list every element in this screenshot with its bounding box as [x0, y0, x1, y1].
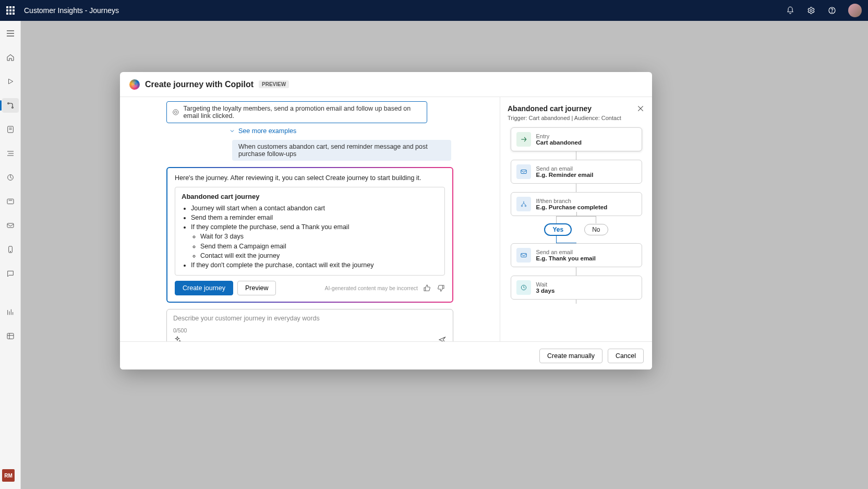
ai-response-card: Here's the journey. After reviewing it, …	[166, 167, 453, 303]
journey-preview-panel: Abandoned cart journey Trigger: Cart aba…	[500, 97, 652, 341]
prompt-input-placeholder: Describe your customer journey in everyd…	[173, 315, 447, 322]
modal-title: Create journey with Copilot	[145, 80, 254, 89]
svg-rect-14	[521, 170, 526, 174]
thumbs-down-icon[interactable]	[437, 284, 445, 292]
svg-point-12	[173, 110, 178, 115]
close-icon[interactable]	[636, 104, 645, 113]
help-icon[interactable]	[827, 6, 837, 15]
user-message-bubble: When customers abandon cart, send remind…	[232, 140, 451, 161]
preview-button[interactable]: Preview	[237, 281, 276, 295]
create-journey-modal: Create journey with Copilot PREVIEW Targ…	[120, 72, 652, 369]
create-manually-button[interactable]: Create manually	[539, 349, 602, 363]
preview-subtitle: Trigger: Cart abandoned | Audience: Cont…	[508, 115, 645, 121]
svg-point-2	[831, 12, 832, 13]
svg-point-15	[521, 205, 522, 206]
chevron-down-icon	[229, 128, 235, 134]
copilot-conversation: Targeting the loyalty members, send a pr…	[120, 97, 500, 341]
wait-icon	[516, 280, 531, 295]
svg-point-13	[175, 111, 177, 114]
nav-item-8[interactable]	[2, 194, 19, 209]
nav-item-13[interactable]	[2, 329, 19, 343]
nav-item-11[interactable]	[2, 266, 19, 281]
ai-intro-text: Here's the journey. After reviewing it, …	[175, 174, 445, 182]
email-icon	[516, 248, 531, 263]
nav-item-7[interactable]	[2, 170, 19, 185]
branch-icon	[516, 197, 531, 211]
modal-header: Create journey with Copilot PREVIEW	[120, 72, 652, 97]
notifications-icon[interactable]	[786, 6, 795, 15]
flow-node-wait[interactable]: Wait 3 days	[511, 276, 642, 300]
svg-point-16	[525, 205, 526, 206]
nav-item-9[interactable]	[2, 218, 19, 233]
app-title: Customer Insights - Journeys	[24, 6, 119, 15]
svg-point-0	[810, 9, 812, 11]
preview-badge: PREVIEW	[259, 80, 289, 88]
nav-persona-badge[interactable]: RM	[2, 469, 15, 482]
app-launcher-icon[interactable]	[6, 6, 15, 15]
nav-home[interactable]	[2, 50, 19, 65]
target-icon	[172, 108, 179, 116]
send-icon[interactable]	[438, 336, 447, 341]
svg-rect-17	[521, 254, 526, 257]
branch-yes-pill[interactable]: Yes	[544, 223, 572, 236]
avatar[interactable]	[848, 4, 862, 17]
ai-disclaimer: AI-generated content may be incorrect	[324, 285, 418, 291]
sparkle-icon[interactable]	[173, 336, 182, 341]
settings-icon[interactable]	[806, 6, 816, 15]
nav-journeys[interactable]	[2, 98, 19, 113]
svg-rect-8	[7, 223, 14, 228]
entry-icon	[516, 132, 531, 147]
preview-title: Abandoned cart journey	[508, 104, 645, 113]
journey-summary-title: Abandoned cart journey	[182, 193, 438, 200]
thumbs-up-icon[interactable]	[423, 284, 431, 292]
svg-point-4	[11, 107, 13, 109]
nav-rail: RM	[0, 21, 21, 489]
flow-node-email-1[interactable]: Send an email E.g. Reminder email	[511, 160, 642, 184]
svg-point-3	[7, 103, 9, 104]
example-prompt-chip[interactable]: Targeting the loyalty members, send a pr…	[166, 101, 427, 123]
svg-rect-7	[7, 199, 14, 204]
modal-footer: Create manually Cancel	[120, 341, 652, 369]
nav-item-12[interactable]	[2, 305, 19, 319]
branch-no-pill[interactable]: No	[584, 224, 608, 235]
topbar: Customer Insights - Journeys	[0, 0, 868, 21]
nav-item-6[interactable]	[2, 146, 19, 161]
email-icon	[516, 164, 531, 179]
svg-point-10	[10, 251, 10, 252]
create-journey-button[interactable]: Create journey	[175, 281, 233, 295]
svg-rect-11	[7, 333, 14, 339]
copilot-icon	[129, 79, 140, 90]
nav-item-5[interactable]	[2, 122, 19, 137]
prompt-input-card[interactable]: Describe your customer journey in everyd…	[166, 309, 453, 341]
journey-summary-box: Abandoned cart journey Journey will star…	[175, 187, 445, 276]
prompt-char-counter: 0/500	[173, 327, 447, 333]
nav-play[interactable]	[2, 74, 19, 89]
cancel-button[interactable]: Cancel	[608, 349, 644, 363]
see-more-examples-link[interactable]: See more examples	[227, 123, 296, 140]
flow-node-email-2[interactable]: Send an email E.g. Thank you email	[511, 243, 642, 267]
flow-node-entry[interactable]: Entry Cart abandoned	[511, 127, 642, 151]
nav-item-10[interactable]	[2, 242, 19, 257]
nav-hamburger[interactable]	[2, 26, 19, 41]
